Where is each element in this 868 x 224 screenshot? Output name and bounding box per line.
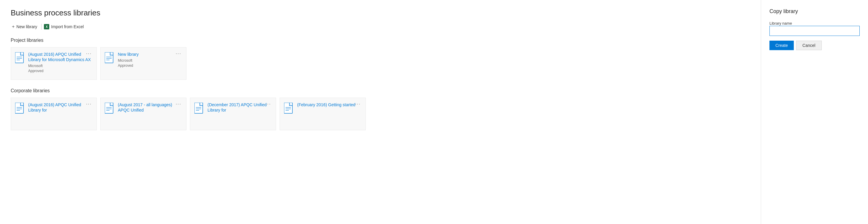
project-libraries-title: Project libraries (11, 38, 750, 43)
card-title: (August 2017 - all languages) APQC Unifi… (118, 102, 182, 113)
excel-icon: X (44, 24, 49, 29)
svg-rect-20 (284, 103, 292, 113)
toolbar: + New library X Import from Excel (11, 23, 750, 31)
library-card[interactable]: New library MicrosoftApproved ··· (100, 47, 186, 80)
copy-library-panel: Copy library Library name Create Cancel (761, 0, 868, 224)
library-card[interactable]: (February 2016) Getting started ··· (280, 98, 366, 130)
card-title: (August 2016) APQC Unified Library for M… (28, 52, 92, 62)
toolbar-divider (41, 24, 41, 30)
card-subtitle: MicrosoftApproved (28, 63, 92, 73)
card-content: (August 2017 - all languages) APQC Unifi… (118, 102, 182, 114)
card-menu-button[interactable]: ··· (353, 101, 363, 107)
svg-rect-8 (15, 103, 24, 113)
panel-title: Copy library (770, 8, 860, 14)
library-card[interactable]: (August 2017 - all languages) APQC Unifi… (100, 98, 186, 130)
card-title: (February 2016) Getting started (297, 102, 361, 107)
card-title: New library (118, 52, 182, 57)
card-subtitle: MicrosoftApproved (118, 58, 182, 68)
create-button[interactable]: Create (770, 41, 794, 50)
card-content: (December 2017) APQC Unified Library for (208, 102, 272, 114)
card-title: (December 2017) APQC Unified Library for (208, 102, 272, 113)
card-content: New library MicrosoftApproved (118, 52, 182, 68)
card-content: (August 2016) APQC Unified Library for M… (28, 52, 92, 73)
document-icon (15, 52, 25, 63)
new-library-button[interactable]: + New library (11, 23, 40, 31)
import-excel-button[interactable]: X Import from Excel (43, 23, 87, 31)
project-library-grid: (August 2016) APQC Unified Library for M… (11, 47, 750, 80)
new-library-label: New library (16, 24, 37, 29)
card-menu-button[interactable]: ··· (264, 101, 273, 107)
main-content: Business process libraries + New library… (0, 0, 761, 224)
card-menu-button[interactable]: ··· (84, 101, 94, 107)
panel-actions: Create Cancel (770, 41, 860, 50)
card-title: (August 2016) APQC Unified Library for (28, 102, 92, 113)
library-name-label: Library name (770, 21, 792, 26)
card-content: (February 2016) Getting started (297, 102, 361, 108)
corporate-libraries-title: Corporate libraries (11, 88, 750, 93)
svg-rect-0 (15, 52, 24, 63)
document-icon (194, 103, 204, 114)
document-icon (105, 103, 114, 114)
corporate-libraries-section: Corporate libraries (August 2016) APQC U… (11, 88, 750, 130)
card-menu-button[interactable]: ··· (174, 101, 183, 107)
card-menu-button[interactable]: ··· (174, 51, 183, 57)
card-content: (August 2016) APQC Unified Library for (28, 102, 92, 114)
import-label: Import from Excel (51, 24, 84, 29)
svg-rect-16 (194, 103, 203, 113)
document-icon (284, 103, 293, 114)
corporate-library-grid: (August 2016) APQC Unified Library for ·… (11, 98, 750, 130)
page-title: Business process libraries (11, 8, 750, 18)
library-card[interactable]: (August 2016) APQC Unified Library for ·… (11, 98, 97, 130)
plus-icon: + (12, 24, 14, 29)
cancel-button[interactable]: Cancel (796, 41, 822, 50)
library-card[interactable]: (August 2016) APQC Unified Library for M… (11, 47, 97, 80)
svg-rect-12 (105, 103, 113, 113)
project-libraries-section: Project libraries (August 2016) APQC Uni… (11, 38, 750, 80)
library-card[interactable]: (December 2017) APQC Unified Library for… (190, 98, 276, 130)
svg-rect-4 (105, 52, 113, 63)
card-menu-button[interactable]: ··· (84, 51, 94, 57)
library-name-input[interactable] (770, 26, 860, 36)
document-icon (105, 52, 114, 63)
document-icon (15, 103, 25, 114)
